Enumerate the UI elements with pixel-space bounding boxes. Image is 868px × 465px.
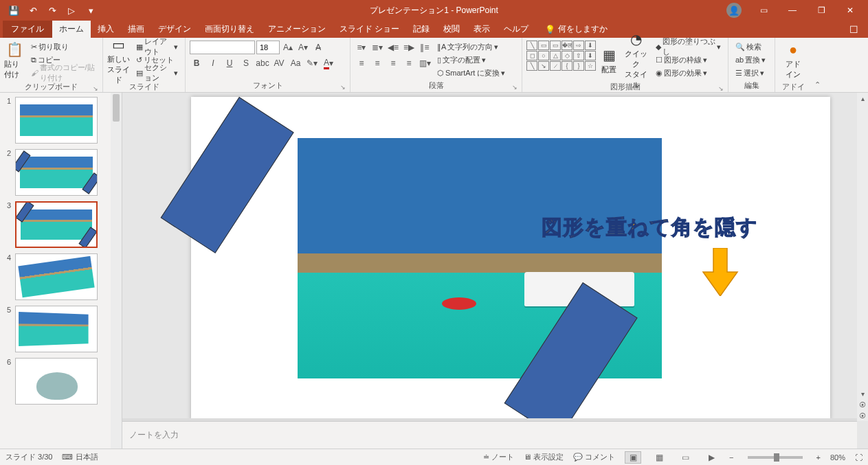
paste-button[interactable]: 📋 貼り付け [4, 41, 25, 80]
display-settings-button[interactable]: 🖥 表示設定 [524, 452, 564, 462]
prev-slide-button[interactable]: ⦿ [857, 399, 868, 410]
paragraph-launcher[interactable]: ↘ [512, 84, 518, 91]
zoom-level[interactable]: 80% [830, 453, 845, 462]
tab-slideshow[interactable]: スライド ショー [333, 21, 406, 38]
scroll-up-button[interactable]: ▴ [857, 93, 868, 104]
thumbnail-5[interactable]: 5 [3, 306, 119, 352]
quick-styles-button[interactable]: ◔クイック スタイル [623, 41, 650, 80]
thumbnail-4[interactable]: 4 [3, 253, 119, 300]
layout-button[interactable]: ▦ レイアウト▾ [133, 41, 181, 53]
strike-button[interactable]: S [239, 56, 253, 70]
smartart-button[interactable]: ⬡ SmartArt に変換▾ [434, 67, 508, 79]
shapes-gallery[interactable]: ╲▭▭�ल⇨⬇ ◻○△◇⇧⬇ ╲↘⟋{}☆ [526, 41, 596, 71]
thumbnail-2[interactable]: 2 [3, 149, 119, 196]
tab-review[interactable]: 校閲 [436, 21, 467, 38]
redo-button[interactable]: ↷ [44, 2, 60, 19]
section-button[interactable]: ▤ セクション▾ [133, 67, 181, 79]
thumbnails-scrollbar[interactable] [111, 93, 122, 449]
drawing-launcher[interactable]: ↘ [718, 85, 724, 92]
maximize-button[interactable]: ❐ [808, 0, 835, 21]
collapse-ribbon-button[interactable]: ⌃ [811, 38, 823, 92]
shape-effects-button[interactable]: ◉ 図形の効果▾ [653, 67, 724, 79]
cut-button[interactable]: ✂ 切り取り [28, 41, 98, 53]
tab-view[interactable]: 表示 [467, 21, 497, 38]
tab-insert[interactable]: 挿入 [91, 21, 121, 38]
undo-button[interactable]: ↶ [25, 2, 41, 19]
slide-counter[interactable]: スライド 3/30 [5, 452, 52, 462]
align-text-button[interactable]: ▯ 文字の配置▾ [434, 54, 508, 66]
columns-button[interactable]: ▥▾ [418, 56, 432, 70]
align-center-button[interactable]: ≡ [370, 56, 384, 70]
tab-home[interactable]: ホーム [52, 21, 91, 38]
reading-view-button[interactable]: ▭ [677, 451, 693, 464]
tab-help[interactable]: ヘルプ [497, 21, 535, 38]
tab-file[interactable]: ファイル [3, 21, 52, 38]
font-size-combo[interactable]: 18 [256, 41, 280, 54]
thumbnail-6[interactable]: 6 [3, 358, 119, 405]
next-slide-button[interactable]: ⦿ [857, 410, 868, 421]
indent-inc-button[interactable]: ≡▶ [402, 41, 416, 54]
scroll-down-button[interactable]: ▾ [857, 388, 868, 399]
zoom-in-button[interactable]: + [816, 453, 821, 462]
tab-record[interactable]: 記録 [406, 21, 436, 38]
thumbnail-1[interactable]: 1 [3, 97, 119, 144]
slideshow-view-button[interactable]: ▶ [703, 451, 720, 464]
tell-me-search[interactable]: 💡 何をしますか [539, 21, 613, 38]
zoom-slider[interactable] [748, 456, 803, 459]
shape-fill-button[interactable]: ◆ 図形の塗りつぶし▾ [653, 41, 724, 53]
clipboard-launcher[interactable]: ↘ [93, 85, 98, 92]
tape-shape-top-left[interactable] [161, 97, 294, 253]
normal-view-button[interactable]: ▣ [625, 451, 641, 464]
slide-canvas[interactable]: 図形を重ねて角を隠す [191, 97, 830, 420]
align-left-button[interactable]: ≡ [355, 56, 368, 70]
slide-scrollbar[interactable]: ▴ ▾ ⦿ ⦿ [857, 93, 868, 421]
line-spacing-button[interactable]: ‖≡ [418, 41, 432, 54]
close-button[interactable]: ✕ [836, 0, 864, 21]
language-button[interactable]: ⌨ 日本語 [62, 452, 98, 462]
fit-window-button[interactable]: ⛶ [855, 453, 863, 462]
underline-button[interactable]: U [223, 56, 236, 70]
tab-transitions[interactable]: 画面切り替え [198, 21, 261, 38]
tab-draw[interactable]: 描画 [121, 21, 151, 38]
zoom-out-button[interactable]: − [729, 453, 733, 462]
align-right-button[interactable]: ≡ [386, 56, 400, 70]
addins-button[interactable]: ●アド イン [779, 41, 807, 80]
tab-design[interactable]: デザイン [151, 21, 198, 38]
notes-pane[interactable]: ノートを入力 [122, 421, 857, 449]
font-family-combo[interactable] [190, 41, 255, 54]
increase-font-button[interactable]: A▴ [281, 41, 295, 54]
shadow-button[interactable]: abc [256, 56, 269, 70]
text-direction-button[interactable]: ‖A 文字列の方向▾ [434, 41, 508, 53]
qat-more-button[interactable]: ▾ [82, 2, 99, 19]
bullets-button[interactable]: ≡▾ [355, 41, 368, 54]
italic-button[interactable]: I [206, 56, 220, 70]
sorter-view-button[interactable]: ▦ [651, 451, 667, 464]
format-painter-button[interactable]: 🖌 書式のコピー/貼り付け [28, 67, 98, 79]
font-launcher[interactable]: ↘ [340, 84, 346, 91]
shape-outline-button[interactable]: ☐ 図形の枠線▾ [653, 54, 724, 66]
ribbon-display-button[interactable]: ▭ [750, 0, 777, 21]
bold-button[interactable]: B [190, 56, 203, 70]
notes-button[interactable]: ≐ ノート [483, 452, 514, 462]
highlight-button[interactable]: ✎▾ [305, 56, 319, 70]
decrease-font-button[interactable]: A▾ [296, 41, 310, 54]
comments-button[interactable]: 💬 コメント [573, 452, 615, 462]
select-button[interactable]: ☰ 選択▾ [733, 67, 768, 79]
minimize-button[interactable]: — [779, 0, 806, 21]
start-slideshow-button[interactable]: ▷ [63, 2, 80, 19]
arrange-button[interactable]: ▦配置 [599, 41, 620, 80]
replace-button[interactable]: ab 置換▾ [733, 54, 768, 66]
font-color-button[interactable]: A▾ [322, 56, 335, 70]
user-account-button[interactable]: 👤 [726, 3, 742, 18]
clear-format-button[interactable]: A̶ [311, 41, 325, 54]
save-button[interactable]: 💾 [5, 2, 22, 19]
tab-animations[interactable]: アニメーション [261, 21, 333, 38]
justify-button[interactable]: ≡ [402, 56, 416, 70]
spacing-button[interactable]: AV [272, 56, 286, 70]
indent-dec-button[interactable]: ◀≡ [386, 41, 400, 54]
share-button[interactable]: ☐ [843, 21, 865, 38]
new-slide-button[interactable]: ▭ 新しい スライド [107, 41, 131, 80]
change-case-button[interactable]: Aa [289, 56, 302, 70]
find-button[interactable]: 🔍 検索 [733, 41, 768, 53]
thumbnail-3[interactable]: 3 [3, 201, 119, 248]
